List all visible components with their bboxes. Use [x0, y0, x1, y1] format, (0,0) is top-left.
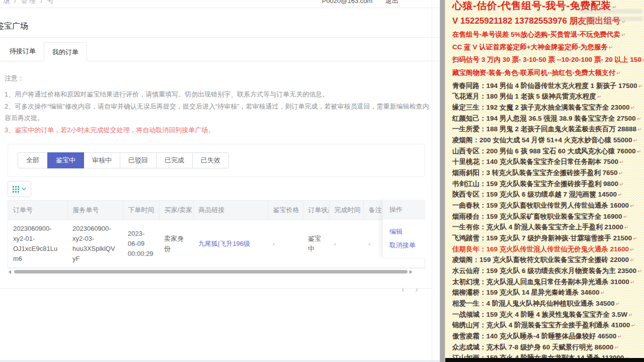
row-action-link[interactable]: 编辑	[389, 225, 425, 238]
next-page-button[interactable]: ›	[415, 284, 418, 294]
row-action-link[interactable]: 取消接单	[389, 238, 425, 252]
doc-list-item: 一曲春秋：159 克火队畜牧职业传世男人传世仙通杀 16000↵	[452, 201, 644, 212]
table-header-cell: 商品链接	[193, 201, 268, 220]
content-card-bottom-border	[0, 288, 432, 289]
cell-finish-time: -	[329, 220, 363, 267]
paragraph-mark: ↵	[617, 334, 621, 339]
doc-list-item: 凌烟阁：200 女仙大成 54 月饼 51+4 火克水妙音心猿 55000↵	[452, 135, 644, 146]
doc-list-item: 书剑江山：159 克火队装备宝宝齐全搬砖接手盈利 9800↵	[452, 179, 644, 190]
paragraph-mark: ↵	[628, 312, 632, 318]
doc-promo-line: 扫码估号 3 万内 30 票- 3-10-50 票 --10-20-100 票-…	[452, 54, 644, 66]
doc-list-item: 缘定三生：192 女魔 2 孩子克水抽全满装备宝宝齐全 23000↵	[452, 103, 644, 114]
paragraph-mark: ↵	[624, 225, 628, 230]
notice-heading: 注意：	[5, 73, 435, 83]
paragraph-mark: ↵	[631, 323, 635, 328]
paragraph-mark: ↵	[614, 345, 618, 350]
doc-list-item: 一生所爱：188 男鬼 2 老孩子回血鬼火装孟极去疾百万 28888↵	[452, 124, 644, 135]
table-header-cell: 完成时间	[329, 201, 363, 220]
paragraph-mark: ↵	[609, 45, 613, 50]
paragraph-mark: ↵	[601, 290, 605, 296]
doc-list-item: 水云仙府：159 克火队 6 级功绩去疾水月物资装备为主 23500↵	[452, 266, 644, 277]
doc-promo-line: CC 蓝 V 认证首席鉴定师+大神金牌鉴定师-为您服务↵	[452, 41, 644, 54]
cell-role: 卖家身份	[159, 220, 193, 267]
doc-list-item: 凌烟阁：159 克火队畜牧符文职业装备宝宝齐全搬砖 22000↵	[452, 255, 644, 266]
action-links: 编辑取消接单	[383, 219, 425, 252]
paragraph-mark: ↵	[637, 268, 641, 274]
doc-list-item: 飞花逐月：180 男仙 1 老孩 5 级神兵雷克水程度↵	[452, 92, 644, 103]
filter-button[interactable]: 鉴宝中	[47, 152, 84, 168]
notice-item: 2、可多次操作“编辑”修改内容，请自审并确认无误后再提交，提交后进入“待审核”，…	[5, 101, 435, 124]
tab-item[interactable]: 我的订单	[44, 42, 87, 61]
window-right-border	[432, 0, 432, 362]
logout-link[interactable]: 退出	[385, 0, 398, 5]
paragraph-mark: ↵	[621, 32, 625, 38]
filter-button[interactable]: 已驳回	[120, 152, 156, 168]
paragraph-mark: ↵	[630, 280, 634, 285]
status-filter-group: 全部鉴宝中审核中已驳回已完成已失效	[18, 152, 415, 168]
paragraph-mark: ↵	[638, 83, 642, 89]
paragraph-mark: ↵	[637, 149, 641, 154]
filter-button[interactable]: 全部	[18, 152, 48, 168]
page-title: 鉴宝广场	[0, 21, 445, 32]
doc-list-item: 陕西专区：159 克火队 6 级功绩卓越 7 混沌画箧 14500↵	[452, 190, 644, 201]
product-link[interactable]: 九尾狐|飞升196级	[198, 240, 250, 247]
paragraph-mark: ↵	[618, 192, 622, 198]
scrollbar-thumb[interactable]	[14, 270, 408, 274]
paragraph-mark: ↵	[630, 247, 634, 252]
notice-item: 1、用户将通过价格和原因对鉴宝结果进行评价，请慎重填写。切勿出现错别字、联系方式…	[5, 88, 435, 101]
doc-promo-line: 在售组号-单号误差 5%放心选购-买贵管退-不玩免费代卖↵	[452, 29, 644, 41]
paragraph-mark: ↵	[633, 236, 637, 241]
status-filter-box: 全部鉴宝中审核中已驳回已完成已失效	[8, 144, 425, 177]
notice-block: 注意： 1、用户将通过价格和原因对鉴宝结果进行评价，请慎重填写。切勿出现错别字、…	[5, 73, 435, 136]
doc-promo-line: 藏宝阁物资-装备-角色-联系司机--抽红包-免费大额支付↵	[452, 67, 644, 79]
table-row: 2023060900-xy2-01-OJ1xcE9c81Lum6 2023060…	[8, 220, 425, 267]
table-header-cell: 订单状态	[303, 201, 329, 220]
scroll-right-arrow-icon[interactable]	[410, 270, 412, 274]
cell-order-time: 2023-06-09 00:00:29	[123, 220, 159, 267]
paragraph-mark: ↵	[631, 105, 635, 111]
doc-promo-lines: 在售组号-单号误差 5%放心选购-买贵管退-不玩免费代卖↵CC 蓝 V 认证首席…	[452, 29, 644, 79]
horizontal-scrollbar[interactable]	[8, 269, 425, 274]
paragraph-mark: ↵	[619, 182, 623, 187]
table-header-cell: 鉴宝价格	[268, 201, 303, 220]
pagination: ‹ ›	[0, 284, 425, 295]
filter-button[interactable]: 审核中	[84, 152, 120, 168]
doc-list-item: 烟雨斜阳：3 转克火队装备宝宝齐全搬砖接手盈利 7650↵	[452, 168, 644, 179]
bottom-black-bar	[445, 358, 644, 362]
grid-icon	[13, 186, 19, 193]
filter-button[interactable]: 已失效	[192, 152, 229, 168]
doc-list-item: 一生有你：克火队 4 阶混人装备宝宝齐全上手盈利 21000↵	[452, 222, 644, 233]
table-header-cell: 下单时间	[123, 201, 159, 220]
doc-list-item: 太初幻境：克火队混人回血鬼日常任务副本异光通杀 31000↵	[452, 277, 644, 288]
paragraph-mark: ↵	[633, 138, 637, 143]
filter-button[interactable]: 已完成	[156, 152, 193, 168]
notice-item: 3、鉴宝中的订单，若2小时未完成提交处理，将自动取消回到接单广场。	[5, 124, 435, 136]
watermark	[580, 9, 642, 24]
scroll-left-arrow-icon[interactable]	[9, 270, 11, 274]
cell-status: 鉴宝中	[303, 220, 329, 267]
doc-item-list: 青春同路：194 男仙 4 阶仙器传世水克火程度 1 新孩子 17500↵飞花逐…	[452, 81, 644, 362]
table-scroll-area: 订单号服务单号下单时间买家/卖家商品链接鉴宝价格订单状态完成时间备注操作 202…	[8, 200, 425, 268]
bottom-divider	[0, 360, 445, 361]
doc-list-item: 众志成城：克木队 7-8 级护身 60 天赋景行明光 86000↵	[452, 342, 644, 353]
table-header-row: 订单号服务单号下单时间买家/卖家商品链接鉴宝价格订单状态完成时间备注操作	[8, 201, 425, 220]
ad-document-panel: 心猿-估价-代售组号-我号-免费配装↵ V 15225921182 137825…	[445, 0, 644, 362]
notice-items: 1、用户将通过价格和原因对鉴宝结果进行评价，请慎重填写。切勿出现错别字、联系方式…	[5, 88, 435, 136]
account-area: P0020@163.com 退出	[322, 0, 398, 6]
doc-list-item: 青春同路：194 男仙 4 阶仙器传世水克火程度 1 新孩子 17500↵	[452, 81, 644, 92]
table-header-cell: 服务单号	[67, 201, 123, 220]
doc-list-item: 傲雪凌霜：140 克火队睡杀-4 阶睡整体品像较好 46500↵	[452, 331, 644, 342]
doc-list-item: 十里桃花：140 克火队装备宝宝齐全日常任务副本 7500↵	[452, 157, 644, 168]
doc-list-item: 相爱一生：4 阶混人鬼火队神兵仙种植职业通杀 34500↵	[452, 299, 644, 310]
doc-list-item: 山西专区：200 男仙 6 孩 988 宝石 60 大成风克水心猿 76000↵	[452, 146, 644, 157]
prev-page-button[interactable]: ‹	[401, 284, 405, 294]
doc-list-item: 佳期良年：169 克火队传世混人传世仙无价鬼火通杀 21600↵	[452, 244, 644, 255]
action-column: 操作 编辑取消接单	[382, 200, 425, 257]
tab-bar: 待接订单我的订单	[0, 42, 445, 61]
column-settings-button[interactable]	[8, 181, 31, 197]
tab-item[interactable]: 待接订单	[2, 42, 44, 61]
chevron-down-icon	[22, 188, 26, 191]
table-header-cell: 买家/卖家	[159, 201, 193, 220]
cell-service-no: 2023060900-xy2-03-huu3XSplklQVyF	[67, 220, 123, 267]
doc-list-item: 烟柳灞桥：159 克火队 14 星异光秦岭通杀 34600↵	[452, 288, 644, 299]
